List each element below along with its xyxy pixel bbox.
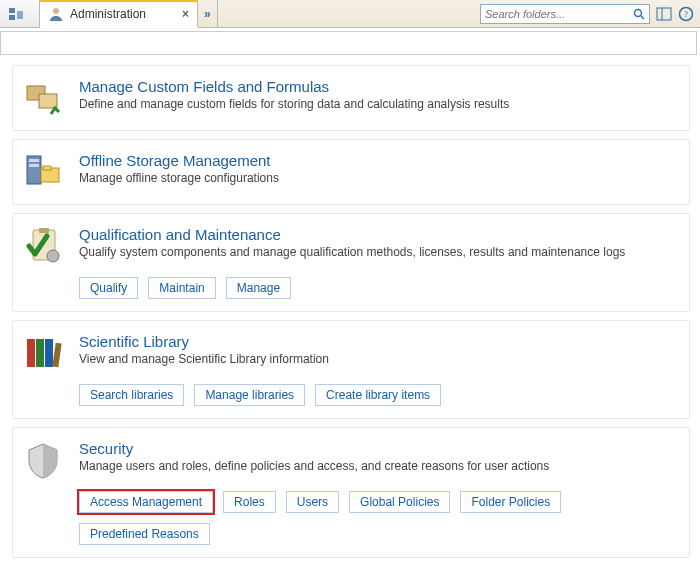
server-icon <box>8 6 24 22</box>
svg-text:?: ? <box>684 9 688 19</box>
search-button[interactable] <box>630 5 648 23</box>
svg-rect-21 <box>36 339 44 367</box>
svg-rect-1 <box>9 15 15 20</box>
section-title[interactable]: Offline Storage Management <box>79 152 681 169</box>
section-title[interactable]: Security <box>79 440 681 457</box>
storage-icon <box>21 152 65 192</box>
tab-server[interactable] <box>0 0 40 27</box>
section-desc: Manage offline storage configurations <box>79 171 681 185</box>
section-security: Security Manage users and roles, define … <box>12 427 690 558</box>
svg-rect-16 <box>43 166 51 170</box>
svg-line-5 <box>641 16 644 19</box>
svg-rect-6 <box>657 8 671 20</box>
svg-rect-13 <box>29 159 39 162</box>
link-maintain[interactable]: Maintain <box>148 277 215 299</box>
panel-toggle-icon[interactable] <box>656 6 672 22</box>
section-title[interactable]: Manage Custom Fields and Formulas <box>79 78 681 95</box>
link-users[interactable]: Users <box>286 491 339 513</box>
admin-content: Manage Custom Fields and Formulas Define… <box>0 55 700 567</box>
section-desc: Qualify system components and manage qua… <box>79 245 681 259</box>
link-manage[interactable]: Manage <box>226 277 291 299</box>
svg-rect-18 <box>39 228 49 233</box>
secondary-toolbar <box>0 31 697 55</box>
svg-rect-14 <box>29 164 39 167</box>
section-desc: View and manage Scientific Library infor… <box>79 352 681 366</box>
top-tab-bar: Administration × » ? <box>0 0 700 28</box>
link-global-policies[interactable]: Global Policies <box>349 491 450 513</box>
svg-point-4 <box>635 9 642 16</box>
section-title[interactable]: Scientific Library <box>79 333 681 350</box>
boxes-icon <box>21 78 65 118</box>
section-scientific-library: Scientific Library View and manage Scien… <box>12 320 690 419</box>
link-roles[interactable]: Roles <box>223 491 276 513</box>
svg-rect-2 <box>17 11 23 19</box>
svg-point-19 <box>47 250 59 262</box>
admin-icon <box>48 6 64 22</box>
help-icon[interactable]: ? <box>678 6 694 22</box>
section-qualification: Qualification and Maintenance Qualify sy… <box>12 213 690 312</box>
shield-icon <box>21 440 65 545</box>
section-title[interactable]: Qualification and Maintenance <box>79 226 681 243</box>
link-qualify[interactable]: Qualify <box>79 277 138 299</box>
link-access-management[interactable]: Access Management <box>79 491 213 513</box>
top-right-tools: ? <box>474 0 700 27</box>
search-wrap <box>480 4 650 24</box>
section-desc: Manage users and roles, define policies … <box>79 459 681 473</box>
link-search-libraries[interactable]: Search libraries <box>79 384 184 406</box>
tab-label: Administration <box>70 7 146 21</box>
link-predefined-reasons[interactable]: Predefined Reasons <box>79 523 210 545</box>
search-icon <box>633 8 645 20</box>
books-icon <box>21 333 65 406</box>
tab-administration[interactable]: Administration × <box>40 0 198 28</box>
section-desc: Define and manage custom fields for stor… <box>79 97 681 111</box>
svg-rect-23 <box>52 343 61 368</box>
section-offline-storage: Offline Storage Management Manage offlin… <box>12 139 690 205</box>
link-folder-policies[interactable]: Folder Policies <box>460 491 561 513</box>
clipboard-check-icon <box>21 226 65 299</box>
svg-rect-22 <box>45 339 53 367</box>
svg-point-3 <box>53 8 59 14</box>
svg-rect-20 <box>27 339 35 367</box>
svg-rect-11 <box>39 94 57 108</box>
svg-rect-0 <box>9 8 15 13</box>
tab-close-button[interactable]: × <box>182 7 189 21</box>
tab-overflow-button[interactable]: » <box>198 0 218 27</box>
link-manage-libraries[interactable]: Manage libraries <box>194 384 305 406</box>
section-custom-fields: Manage Custom Fields and Formulas Define… <box>12 65 690 131</box>
link-create-library-items[interactable]: Create library items <box>315 384 441 406</box>
search-input[interactable] <box>480 4 650 24</box>
